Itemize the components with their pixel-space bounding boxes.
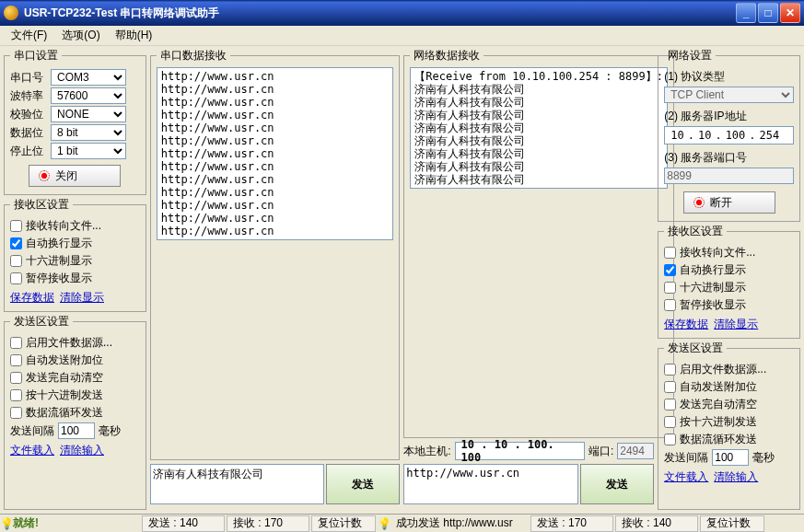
reset-count-button-l[interactable]: 复位计数 — [311, 515, 376, 532]
serial-send-input[interactable]: 济南有人科技有限公司 — [150, 464, 325, 504]
port-select[interactable]: COM3 — [51, 69, 126, 86]
proto-label: (1) 协议类型 — [664, 69, 794, 85]
serial-settings-legend: 串口设置 — [10, 48, 62, 64]
status-net-sent: 发送 : 170 — [530, 515, 613, 532]
menu-options[interactable]: 选项(O) — [56, 26, 105, 45]
titlebar: USR-TCP232-Test 串口转网络调试助手 _ □ ✕ — [0, 0, 804, 26]
app-icon — [4, 6, 18, 20]
serial-close-button[interactable]: 关闭 — [29, 165, 121, 187]
load-file-link[interactable]: 文件载入 — [10, 444, 54, 457]
host-port-label: 端口: — [588, 444, 613, 459]
send-settings-legend-r: 发送区设置 — [664, 341, 727, 356]
parity-select[interactable]: NONE — [51, 106, 126, 122]
clear-input-link-r[interactable]: 清除输入 — [714, 470, 758, 483]
net-settings-group: 网络设置 (1) 协议类型 TCP Client (2) 服务器IP地址 10.… — [658, 48, 800, 222]
recv-pause-checkbox[interactable] — [10, 272, 22, 284]
recv-pause-checkbox-r[interactable] — [664, 299, 676, 311]
serial-send-button[interactable]: 发送 — [326, 464, 400, 504]
status-net: 成功发送 http://www.usr — [390, 515, 529, 532]
send-hex-checkbox[interactable] — [10, 389, 22, 401]
record-icon — [39, 170, 50, 181]
send-clear-after-checkbox[interactable] — [10, 372, 22, 384]
send-auto-append-checkbox[interactable] — [10, 354, 22, 366]
minimize-button[interactable]: _ — [736, 3, 756, 23]
menu-help[interactable]: 帮助(H) — [110, 26, 158, 45]
port-label: 串口号 — [10, 70, 47, 86]
server-port-label: (3) 服务器端口号 — [664, 150, 794, 166]
baud-select[interactable]: 57600 — [51, 87, 126, 104]
send-hex-checkbox-r[interactable] — [664, 416, 676, 428]
close-button[interactable]: ✕ — [780, 3, 800, 23]
recv-hex-checkbox-r[interactable] — [664, 282, 676, 294]
stop-select[interactable]: 1 bit — [51, 143, 126, 159]
status-sent: 发送 : 140 — [142, 515, 225, 532]
net-send-button[interactable]: 发送 — [580, 464, 654, 504]
net-data-group: 网络数据接收 【Receive from 10.10.100.254 : 889… — [403, 48, 674, 438]
maximize-button[interactable]: □ — [758, 3, 778, 23]
bulb-icon: 💡 — [0, 517, 13, 530]
data-select[interactable]: 8 bit — [51, 124, 126, 141]
send-clear-after-checkbox-r[interactable] — [664, 399, 676, 411]
serial-settings-group: 串口设置 串口号COM3 波特率57600 校验位NONE 数据位8 bit 停… — [4, 48, 146, 195]
recv-to-file-checkbox[interactable] — [10, 220, 22, 232]
reset-count-button-r[interactable]: 复位计数 — [700, 515, 764, 532]
stop-label: 停止位 — [10, 144, 47, 159]
recv-settings-legend: 接收区设置 — [10, 197, 73, 213]
proto-select[interactable]: TCP Client — [664, 87, 794, 103]
serial-data-group: 串口数据接收 http://www.usr.cn http://www.usr.… — [150, 48, 401, 460]
send-file-src-checkbox[interactable] — [10, 337, 22, 349]
send-auto-append-checkbox-r[interactable] — [664, 381, 676, 393]
send-settings-group-right: 发送区设置 启用文件数据源... 自动发送附加位 发送完自动清空 按十六进制发送… — [658, 341, 800, 510]
clear-input-link[interactable]: 清除输入 — [60, 444, 104, 457]
status-net-recv: 接收 : 140 — [615, 515, 698, 532]
baud-label: 波特率 — [10, 88, 47, 104]
clear-display-link[interactable]: 清除显示 — [60, 291, 104, 304]
recv-settings-legend-r: 接收区设置 — [664, 224, 727, 239]
send-file-src-checkbox-r[interactable] — [664, 364, 676, 376]
clear-display-link-r[interactable]: 清除显示 — [714, 318, 758, 330]
serial-data-legend: 串口数据接收 — [157, 48, 230, 64]
record-icon — [693, 197, 705, 208]
window-title: USR-TCP232-Test 串口转网络调试助手 — [24, 6, 734, 21]
send-interval-input[interactable] — [58, 422, 95, 439]
net-settings-legend: 网络设置 — [664, 48, 716, 64]
server-ip-box[interactable]: 10. 10. 100. 254 — [664, 126, 794, 145]
disconnect-button[interactable]: 断开 — [683, 191, 775, 214]
server-port-input[interactable] — [664, 168, 794, 184]
host-label: 本地主机: — [403, 444, 450, 459]
bulb-icon: 💡 — [378, 517, 390, 530]
recv-settings-group-right: 接收区设置 接收转向文件... 自动换行显示 十六进制显示 暂停接收显示 保存数… — [658, 224, 800, 339]
save-data-link[interactable]: 保存数据 — [10, 291, 54, 304]
send-interval-input-r[interactable] — [712, 449, 749, 466]
menubar: 文件(F) 选项(O) 帮助(H) — [0, 26, 804, 46]
server-ip-label: (2) 服务器IP地址 — [664, 109, 794, 124]
serial-data-area[interactable]: http://www.usr.cn http://www.usr.cn http… — [157, 67, 394, 240]
net-data-legend: 网络数据接收 — [410, 48, 484, 64]
send-loop-checkbox[interactable] — [10, 407, 22, 419]
recv-to-file-checkbox-r[interactable] — [664, 247, 676, 259]
send-settings-group-left: 发送区设置 启用文件数据源... 自动发送附加位 发送完自动清空 按十六进制发送… — [4, 314, 146, 510]
send-settings-legend: 发送区设置 — [10, 314, 73, 330]
load-file-link-r[interactable]: 文件载入 — [664, 470, 708, 483]
statusbar: 💡 就绪! 发送 : 140 接收 : 170 复位计数 💡 成功发送 http… — [0, 514, 804, 532]
host-ip-box: 10 . 10 . 100. 100 — [455, 442, 585, 460]
save-data-link-r[interactable]: 保存数据 — [664, 318, 708, 330]
recv-auto-wrap-checkbox[interactable] — [10, 237, 22, 249]
menu-file[interactable]: 文件(F) — [6, 26, 52, 45]
net-send-input[interactable]: http://www.usr.cn — [403, 464, 578, 504]
status-recv: 接收 : 170 — [227, 515, 309, 532]
recv-settings-group-left: 接收区设置 接收转向文件... 自动换行显示 十六进制显示 暂停接收显示 保存数… — [4, 197, 146, 312]
net-data-area[interactable]: 【Receive from 10.10.100.254 : 8899】: 济南有… — [410, 67, 668, 189]
status-ready: 就绪! — [13, 515, 142, 531]
recv-hex-checkbox[interactable] — [10, 255, 22, 267]
parity-label: 校验位 — [10, 107, 47, 122]
data-label: 数据位 — [10, 125, 47, 141]
send-loop-checkbox-r[interactable] — [664, 434, 676, 445]
recv-auto-wrap-checkbox-r[interactable] — [664, 264, 676, 276]
host-port-input[interactable] — [617, 443, 654, 459]
